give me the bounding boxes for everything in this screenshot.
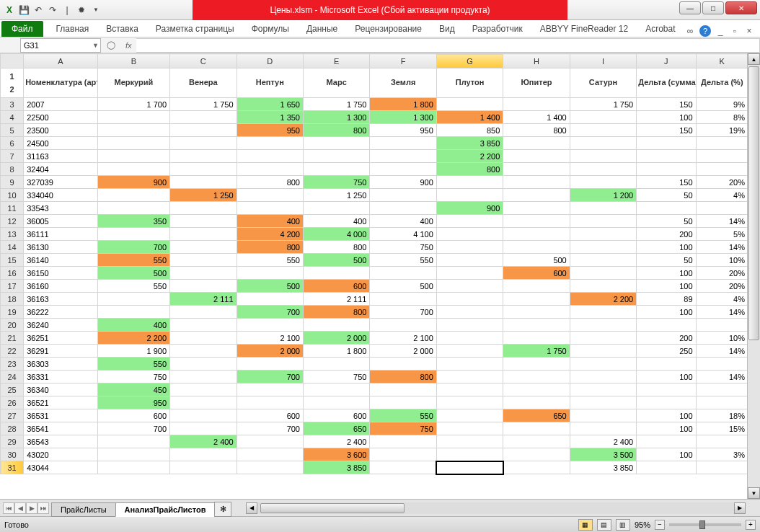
- cell-F14[interactable]: 750: [370, 241, 436, 254]
- cell-B22[interactable]: 1 900: [97, 345, 169, 358]
- cell-E24[interactable]: 750: [303, 371, 369, 384]
- window-close-icon[interactable]: ×: [744, 26, 754, 36]
- cell-F16[interactable]: [370, 267, 436, 280]
- cell-D20[interactable]: [237, 319, 303, 332]
- cell-J27[interactable]: 100: [637, 409, 696, 422]
- cell-B5[interactable]: [97, 124, 169, 137]
- col-header-B[interactable]: B: [97, 54, 169, 68]
- save-icon[interactable]: 💾: [17, 4, 30, 17]
- row-header-17[interactable]: 17: [1, 280, 24, 293]
- cell-D10[interactable]: [237, 189, 303, 202]
- cell-E6[interactable]: [303, 137, 369, 150]
- cell-G26[interactable]: [436, 396, 503, 409]
- cell-J26[interactable]: [637, 396, 696, 409]
- cell-C23[interactable]: [170, 358, 237, 371]
- cell-G9[interactable]: [436, 176, 503, 189]
- cell-J20[interactable]: [637, 319, 696, 332]
- cell-K21[interactable]: 10%: [696, 332, 747, 345]
- fx-icon[interactable]: fx: [121, 41, 136, 50]
- undo-icon[interactable]: ↶: [32, 4, 45, 17]
- row-header-12[interactable]: 12: [1, 215, 24, 228]
- cell-D25[interactable]: [237, 384, 303, 396]
- cell-D15[interactable]: 550: [237, 254, 303, 267]
- cell-B13[interactable]: [97, 228, 169, 241]
- cell-A28[interactable]: 36541: [24, 422, 97, 435]
- cell-G22[interactable]: [436, 345, 503, 358]
- cell-I4[interactable]: [570, 111, 636, 124]
- cell-E23[interactable]: [303, 358, 369, 371]
- cell-B19[interactable]: [97, 306, 169, 319]
- col-header-G[interactable]: G: [436, 54, 503, 68]
- cell-I10[interactable]: 1 200: [570, 189, 636, 202]
- cell-G4[interactable]: 1 400: [436, 111, 503, 124]
- cell-H5[interactable]: 800: [503, 124, 570, 137]
- cell-B10[interactable]: [97, 189, 169, 202]
- row-header-31[interactable]: 31: [1, 461, 24, 474]
- cell-A18[interactable]: 36163: [24, 293, 97, 306]
- cell-E22[interactable]: 1 800: [303, 345, 369, 358]
- cell-B18[interactable]: [97, 293, 169, 306]
- cell-G13[interactable]: [436, 228, 503, 241]
- cell-D30[interactable]: [237, 448, 303, 461]
- cell-K12[interactable]: 14%: [696, 215, 747, 228]
- tab-file[interactable]: Файл: [1, 21, 43, 37]
- cell-H15[interactable]: 500: [503, 254, 570, 267]
- cell-E5[interactable]: 800: [303, 124, 369, 137]
- row-header-18[interactable]: 18: [1, 293, 24, 306]
- cell-H10[interactable]: [503, 189, 570, 202]
- zoom-in-button[interactable]: +: [746, 520, 756, 530]
- cell-K23[interactable]: [696, 358, 747, 371]
- cell-I14[interactable]: [570, 241, 636, 254]
- cell-D16[interactable]: [237, 267, 303, 280]
- cell-G14[interactable]: [436, 241, 503, 254]
- cell-C27[interactable]: [170, 409, 237, 422]
- window-min-icon[interactable]: _: [715, 26, 725, 36]
- cell-C30[interactable]: [170, 448, 237, 461]
- cell-E3[interactable]: 1 750: [303, 98, 369, 111]
- cell-G20[interactable]: [436, 319, 503, 332]
- cell-G5[interactable]: 850: [436, 124, 503, 137]
- cell-B23[interactable]: 550: [97, 358, 169, 371]
- col-header-K[interactable]: K: [696, 54, 747, 68]
- cell-I22[interactable]: [570, 345, 636, 358]
- cell-K6[interactable]: [696, 137, 747, 150]
- cell-E28[interactable]: 650: [303, 422, 369, 435]
- cell-K3[interactable]: 9%: [696, 98, 747, 111]
- cell-J18[interactable]: 89: [637, 293, 696, 306]
- cell-E15[interactable]: 500: [303, 254, 369, 267]
- cell-B14[interactable]: 700: [97, 241, 169, 254]
- row-header-11[interactable]: 11: [1, 202, 24, 215]
- cell-H30[interactable]: [503, 448, 570, 461]
- cell-D22[interactable]: 2 000: [237, 345, 303, 358]
- cell-I12[interactable]: [570, 215, 636, 228]
- cell-I17[interactable]: [570, 280, 636, 293]
- cell-H11[interactable]: [503, 202, 570, 215]
- cell-F15[interactable]: 550: [370, 254, 436, 267]
- cell-E13[interactable]: 4 000: [303, 228, 369, 241]
- cell-H9[interactable]: [503, 176, 570, 189]
- cell-F30[interactable]: [370, 448, 436, 461]
- col-header-C[interactable]: C: [170, 54, 237, 68]
- cell-I25[interactable]: [570, 384, 636, 396]
- cell-F6[interactable]: [370, 137, 436, 150]
- cell-F28[interactable]: 750: [370, 422, 436, 435]
- cell-B6[interactable]: [97, 137, 169, 150]
- cell-E8[interactable]: [303, 163, 369, 176]
- cell-C31[interactable]: [170, 461, 237, 474]
- cell-D31[interactable]: [237, 461, 303, 474]
- cell-H19[interactable]: [503, 306, 570, 319]
- col-header-J[interactable]: J: [637, 54, 696, 68]
- window-restore-icon[interactable]: ▫: [730, 26, 740, 36]
- cell-C18[interactable]: 2 111: [170, 293, 237, 306]
- row-header-3[interactable]: 3: [1, 98, 24, 111]
- cell-H8[interactable]: [503, 163, 570, 176]
- cell-J4[interactable]: 100: [637, 111, 696, 124]
- cell-G21[interactable]: [436, 332, 503, 345]
- cell-C29[interactable]: 2 400: [170, 435, 237, 448]
- tab-8[interactable]: ABBYY FineReader 12: [531, 21, 637, 37]
- cell-C20[interactable]: [170, 319, 237, 332]
- col-header-H[interactable]: H: [503, 54, 570, 68]
- table-header-1[interactable]: Меркурий: [97, 68, 169, 98]
- cell-B12[interactable]: 350: [97, 215, 169, 228]
- cell-C4[interactable]: [170, 111, 237, 124]
